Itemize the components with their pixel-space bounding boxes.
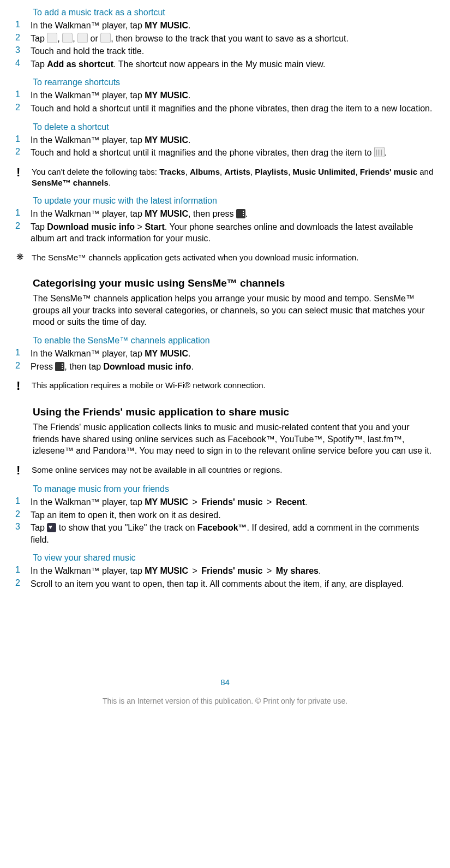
step-number: 1 — [13, 134, 31, 146]
label: Friends' music — [201, 566, 262, 575]
label: Albums — [190, 167, 220, 176]
text: In the Walkman™ player, tap — [31, 349, 145, 358]
text: In the Walkman™ player, tap — [31, 497, 145, 507]
note-icon-cell: ❋ — [13, 252, 32, 263]
text: In the Walkman™ player, tap — [31, 209, 145, 218]
label-my-music: MY MUSIC — [145, 21, 188, 30]
menu-icon — [55, 362, 64, 371]
step-text: Scroll to an item you want to open, then… — [31, 578, 437, 590]
section-title-enable-sensme: To enable the SensMe™ channels applicati… — [33, 336, 437, 346]
step: 1 In the Walkman™ player, tap MY MUSIC >… — [13, 496, 437, 508]
step: 2 Tap an item to open it, then work on i… — [13, 509, 437, 521]
step-number: 2 — [13, 103, 31, 115]
label: MY MUSIC — [145, 566, 188, 575]
page-number: 84 — [13, 677, 437, 687]
text: Touch and hold a shortcut until it magni… — [31, 148, 374, 157]
step: 3 Tap to show that you "Like" the track … — [13, 522, 437, 545]
text: . — [188, 349, 190, 358]
text: and — [417, 167, 433, 176]
step-text: In the Walkman™ player, tap MY MUSIC > F… — [31, 496, 437, 508]
paragraph: The SensMe™ channels application helps y… — [33, 293, 437, 328]
warning-note: ! This application requires a mobile or … — [13, 380, 437, 392]
text: , then press — [188, 209, 236, 218]
page-content: To add a music track as a shortcut 1 In … — [0, 8, 450, 705]
note-text: This application requires a mobile or Wi… — [32, 380, 437, 392]
step-text: In the Walkman™ player, tap MY MUSIC. — [31, 90, 437, 102]
sep: , — [73, 34, 77, 43]
step-number: 1 — [13, 348, 31, 360]
text: Tap — [31, 34, 47, 43]
step: 4 Tap Add as shortcut. The shortcut now … — [13, 58, 437, 70]
text: In the Walkman™ player, tap — [31, 566, 145, 575]
text: Tap — [31, 523, 47, 532]
label: Music Unlimited — [292, 167, 355, 176]
step-text: Press , then tap Download music info. — [31, 361, 437, 373]
category-icon — [77, 33, 88, 43]
step: 2 Press , then tap Download music info. — [13, 361, 437, 373]
step-text: Tap to show that you "Like" the track on… — [31, 522, 437, 545]
step: 2 Tap Download music info > Start. Your … — [13, 221, 437, 245]
step: 3 Touch and hold the track title. — [13, 45, 437, 57]
step-text: In the Walkman™ player, tap MY MUSIC > F… — [31, 565, 437, 577]
step-number: 3 — [13, 45, 31, 57]
menu-icon — [236, 209, 245, 218]
text: , then browse to the track that you want… — [111, 34, 349, 43]
label: My shares — [276, 566, 319, 575]
step-number: 1 — [13, 208, 31, 220]
label-my-music: MY MUSIC — [145, 349, 188, 358]
step-number: 2 — [13, 221, 31, 245]
text: In the Walkman™ player, tap — [31, 21, 145, 30]
warning-icon: ! — [16, 463, 20, 477]
step-text: Tap Add as shortcut. The shortcut now ap… — [31, 58, 437, 70]
label: Playlists — [255, 167, 288, 176]
note-icon-cell: ! — [13, 167, 32, 189]
label-my-music: MY MUSIC — [145, 135, 188, 145]
category-icon — [100, 33, 111, 43]
gt: > — [265, 566, 274, 575]
step-text: In the Walkman™ player, tap MY MUSIC. — [31, 134, 437, 146]
sep: , — [250, 167, 255, 176]
step-number: 4 — [13, 58, 31, 70]
note-text: The SensMe™ channels application gets ac… — [32, 252, 437, 263]
step-number: 1 — [13, 90, 31, 102]
text: In the Walkman™ player, tap — [31, 91, 145, 100]
section-title-update-music: To update your music with the latest inf… — [33, 196, 437, 206]
note-text: You can't delete the following tabs: Tra… — [32, 167, 437, 189]
label: Download music info — [104, 362, 191, 371]
section-title-view-shared: To view your shared music — [33, 553, 437, 563]
text: . — [385, 148, 387, 157]
label: Friends' music — [201, 497, 262, 507]
sep: , — [355, 167, 359, 176]
gt: > — [190, 497, 200, 507]
step: 2 Touch and hold a shortcut until it mag… — [13, 103, 437, 115]
tip-icon: ❋ — [16, 252, 23, 261]
step-number: 2 — [13, 509, 31, 521]
like-icon — [47, 523, 56, 532]
step: 2 Touch and hold a shortcut until it mag… — [13, 147, 437, 159]
step-number: 1 — [13, 496, 31, 508]
step-number: 2 — [13, 33, 31, 45]
heading-categorising: Categorising your music using SensMe™ ch… — [33, 277, 437, 289]
text: . — [245, 209, 248, 218]
text: Press — [31, 362, 55, 371]
step-number: 1 — [13, 20, 31, 32]
section-title-add-shortcut: To add a music track as a shortcut — [33, 8, 437, 17]
step: 1 In the Walkman™ player, tap MY MUSIC, … — [13, 208, 437, 220]
step: 1 In the Walkman™ player, tap MY MUSIC. — [13, 134, 437, 146]
warning-icon: ! — [16, 379, 20, 393]
text: Tap — [31, 222, 47, 231]
text: . The shortcut now appears in the My mus… — [113, 60, 325, 69]
text: . — [305, 497, 307, 507]
step-text: Tap Download music info > Start. Your ph… — [31, 221, 437, 245]
label: Recent — [276, 497, 305, 507]
step: 1 In the Walkman™ player, tap MY MUSIC >… — [13, 565, 437, 577]
gt: > — [265, 497, 274, 507]
text: . — [191, 362, 193, 371]
label: Artists — [224, 167, 250, 176]
text: In the Walkman™ player, tap — [31, 135, 145, 145]
step-text: In the Walkman™ player, tap MY MUSIC. — [31, 348, 437, 360]
label: SensMe™ channels — [32, 178, 109, 187]
text: or — [88, 34, 100, 43]
gt: > — [190, 566, 200, 575]
step-number: 2 — [13, 361, 31, 373]
